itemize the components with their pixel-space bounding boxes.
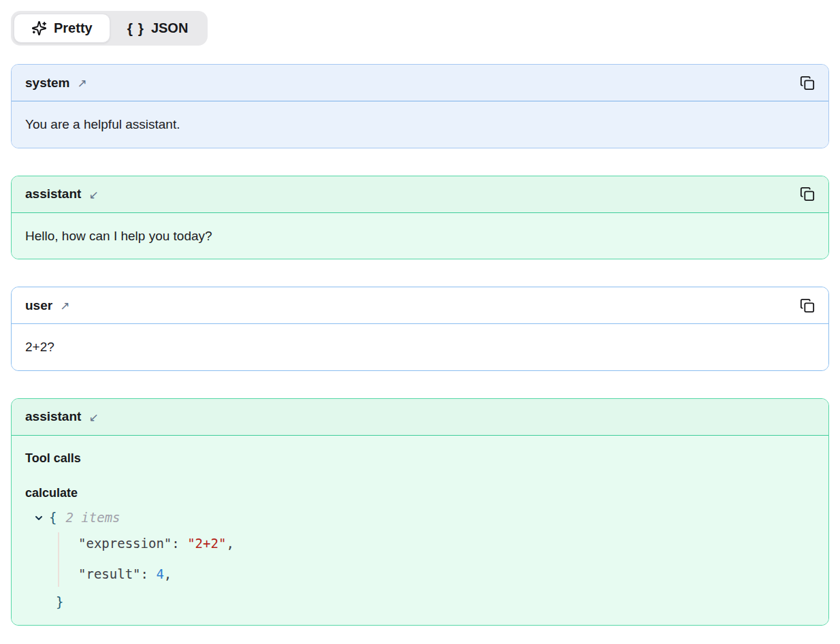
chevron-down-icon[interactable] xyxy=(33,513,44,524)
message-content: 2+2? xyxy=(12,324,828,370)
arrow-up-right-icon: ↗ xyxy=(78,78,87,89)
role-label: user xyxy=(25,298,52,313)
json-children: "expression": "2+2", "result": 4, xyxy=(33,528,815,590)
view-toggle: Pretty { } JSON xyxy=(11,11,208,46)
copy-icon xyxy=(800,298,815,313)
json-key: "expression" xyxy=(78,534,172,553)
copy-icon xyxy=(800,76,815,91)
json-open-brace: { xyxy=(49,509,56,528)
role-label: assistant xyxy=(25,187,81,202)
tab-json[interactable]: { } JSON xyxy=(110,14,206,43)
json-colon: : xyxy=(172,534,187,553)
json-comma: , xyxy=(164,565,172,584)
json-tree: { 2 items "expression": "2+2", "result":… xyxy=(33,508,815,615)
message-card-system: system ↗ You are a helpful assistant. xyxy=(11,64,829,148)
message-header: assistant ↙ xyxy=(12,399,828,436)
json-key: "result" xyxy=(78,565,141,584)
role-label: system xyxy=(25,76,70,91)
json-colon: : xyxy=(141,565,157,584)
json-root-row: { 2 items xyxy=(33,508,815,528)
arrow-down-left-icon: ↙ xyxy=(88,189,98,201)
json-value-string: "2+2" xyxy=(187,534,226,553)
message-content: You are a helpful assistant. xyxy=(12,101,828,148)
tool-calls-section-label: Tool calls xyxy=(25,449,815,467)
role-label: assistant xyxy=(25,409,81,424)
message-card-assistant: assistant ↙ Hello, how can I help you to… xyxy=(11,176,829,260)
tool-name: calculate xyxy=(25,484,815,502)
json-items-count: 2 items xyxy=(65,509,120,528)
copy-button[interactable] xyxy=(800,76,815,91)
tab-json-label: JSON xyxy=(151,20,188,36)
message-header: user ↗ xyxy=(12,287,828,324)
curly-braces-icon: { } xyxy=(127,20,144,37)
tool-calls-body: Tool calls calculate { 2 items "expressi… xyxy=(12,436,828,625)
json-value-number: 4 xyxy=(156,565,163,584)
copy-icon xyxy=(800,187,815,202)
message-card-user: user ↗ 2+2? xyxy=(11,287,829,371)
message-card-assistant-tool-calls: assistant ↙ Tool calls calculate { 2 ite… xyxy=(11,398,829,626)
json-close-row: } xyxy=(33,590,815,615)
json-close-brace: } xyxy=(56,593,63,612)
sparkles-icon xyxy=(31,20,47,36)
message-content: Hello, how can I help you today? xyxy=(12,213,828,259)
json-entry-row: "result": 4, xyxy=(78,559,815,590)
arrow-up-right-icon: ↗ xyxy=(60,300,69,312)
indent-guide xyxy=(58,532,59,587)
copy-button[interactable] xyxy=(800,298,815,313)
json-entry-row: "expression": "2+2", xyxy=(78,528,815,559)
json-comma: , xyxy=(226,534,233,553)
arrow-down-left-icon: ↙ xyxy=(88,412,98,423)
message-header: system ↗ xyxy=(12,65,828,101)
tab-pretty-label: Pretty xyxy=(54,20,93,36)
message-header: assistant ↙ xyxy=(12,176,828,213)
tab-pretty[interactable]: Pretty xyxy=(14,14,110,43)
copy-button[interactable] xyxy=(800,187,815,202)
